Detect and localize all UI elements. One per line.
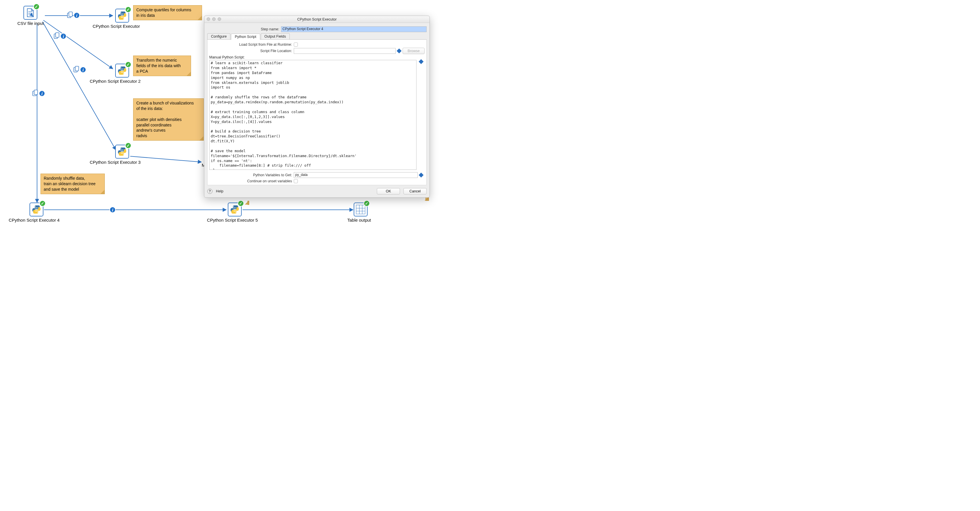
table-icon: [356, 205, 365, 214]
node-label: CSV file input: [18, 21, 44, 26]
node-label: Table output: [347, 217, 371, 222]
step-name-label: Step name:: [207, 27, 281, 31]
dialog-title: CPython Script Executor: [297, 17, 337, 21]
variable-icon[interactable]: [397, 49, 402, 54]
python-icon: [230, 205, 239, 214]
note-quartiles[interactable]: Compute quartiles for columns in iris da…: [133, 5, 202, 20]
node-label: CPython Script Executor: [92, 24, 140, 29]
node-cpython-executor-1[interactable]: ✓ CPython Script Executor: [92, 9, 140, 29]
info-icon[interactable]: i: [39, 90, 45, 97]
check-icon: ✓: [364, 200, 370, 206]
hop-copy-icon[interactable]: [73, 66, 79, 73]
svg-point-17: [120, 67, 121, 68]
svg-point-20: [123, 154, 124, 155]
hop-copy-icon[interactable]: [67, 11, 73, 19]
help-icon[interactable]: ?: [207, 189, 212, 194]
minimize-dot[interactable]: [212, 17, 216, 21]
dialog-titlebar[interactable]: CPython Script Executor: [204, 16, 430, 23]
node-table-output[interactable]: ✓ Table output: [347, 203, 371, 222]
browse-button[interactable]: Browse: [402, 48, 425, 54]
check-icon: ✓: [238, 200, 244, 206]
check-icon: ✓: [125, 6, 131, 13]
note-shuffle[interactable]: Randomly shuffle data, train an sklearn …: [41, 174, 105, 194]
file-icon: [26, 8, 35, 17]
ok-button[interactable]: OK: [377, 188, 400, 194]
check-icon: ✓: [125, 61, 131, 68]
script-location-input[interactable]: [294, 48, 396, 54]
help-label[interactable]: Help: [216, 189, 223, 193]
svg-point-16: [123, 18, 124, 19]
note-sliver: [247, 201, 249, 205]
step-name-input[interactable]: CPython Script Executor 4: [281, 26, 426, 32]
node-label: CPython Script Executor 3: [90, 160, 141, 165]
node-label: CPython Script Executor 4: [9, 217, 60, 222]
svg-point-19: [120, 148, 121, 149]
tab-configure[interactable]: Configure: [207, 33, 231, 40]
check-icon: ✓: [125, 142, 131, 149]
node-label: CPython Script Executor 5: [207, 217, 258, 222]
flow-canvas[interactable]: ✓ CSV file input i i i i i ✓ CPython Scr…: [0, 0, 440, 229]
svg-line-2: [43, 22, 116, 150]
info-icon[interactable]: i: [80, 67, 86, 73]
tab-python-script[interactable]: Python Script: [231, 33, 260, 40]
load-script-label: Load Script from File at Runtime:: [209, 43, 294, 47]
note-pca[interactable]: Transform the numeric fields of the iris…: [133, 56, 191, 76]
python-icon: [118, 11, 127, 20]
python-vars-input[interactable]: py_data: [294, 172, 418, 178]
load-script-checkbox[interactable]: [294, 43, 298, 47]
python-vars-label: Python Variables to Get:: [209, 173, 294, 177]
info-icon[interactable]: i: [73, 12, 80, 19]
svg-point-21: [35, 206, 36, 207]
continue-checkbox[interactable]: [294, 179, 298, 183]
svg-rect-8: [69, 12, 72, 16]
script-textarea[interactable]: # learn a scikit-learn classifier from s…: [209, 60, 417, 170]
node-label: CPython Script Executor 2: [90, 79, 141, 84]
script-location-label: Script File Location:: [209, 49, 294, 53]
dialog-cpython-script-executor[interactable]: CPython Script Executor Step name: CPyth…: [204, 16, 430, 198]
svg-rect-12: [75, 66, 79, 71]
window-controls[interactable]: [207, 17, 221, 21]
info-icon[interactable]: i: [110, 206, 116, 213]
note-viz[interactable]: Create a bunch of visualizations of the …: [133, 98, 204, 141]
python-icon: [118, 66, 127, 75]
node-cpython-executor-5[interactable]: ✓ CPython Script Executor 5: [207, 203, 258, 222]
svg-rect-14: [34, 90, 38, 95]
python-icon: [118, 147, 127, 156]
continue-label: Continue on unset variables: [209, 179, 294, 183]
tab-output-fields[interactable]: Output Fields: [261, 33, 290, 40]
svg-point-22: [37, 212, 38, 213]
variable-icon[interactable]: [419, 59, 424, 64]
node-csv-file-input[interactable]: ✓ CSV file input: [18, 6, 44, 26]
svg-point-15: [120, 12, 121, 13]
svg-point-18: [123, 73, 124, 74]
node-cpython-executor-3[interactable]: ✓ CPython Script Executor 3: [90, 145, 141, 165]
svg-point-24: [235, 212, 237, 213]
python-icon: [32, 205, 41, 214]
variable-icon[interactable]: [419, 173, 424, 178]
svg-line-4: [130, 156, 202, 162]
svg-point-23: [233, 206, 234, 207]
hop-copy-icon[interactable]: [54, 32, 60, 40]
hop-copy-icon[interactable]: [32, 90, 38, 97]
manual-script-label: Manual Python Script:: [209, 55, 425, 59]
node-cpython-executor-4[interactable]: ✓ CPython Script Executor 4: [9, 203, 60, 222]
zoom-dot[interactable]: [218, 17, 221, 21]
cancel-button[interactable]: Cancel: [404, 188, 426, 194]
close-dot[interactable]: [207, 17, 210, 21]
info-icon[interactable]: i: [60, 33, 67, 40]
svg-rect-10: [56, 33, 59, 37]
check-icon: ✓: [39, 200, 46, 206]
check-icon: ✓: [33, 3, 40, 10]
tabs: Configure Python Script Output Fields: [207, 33, 426, 40]
